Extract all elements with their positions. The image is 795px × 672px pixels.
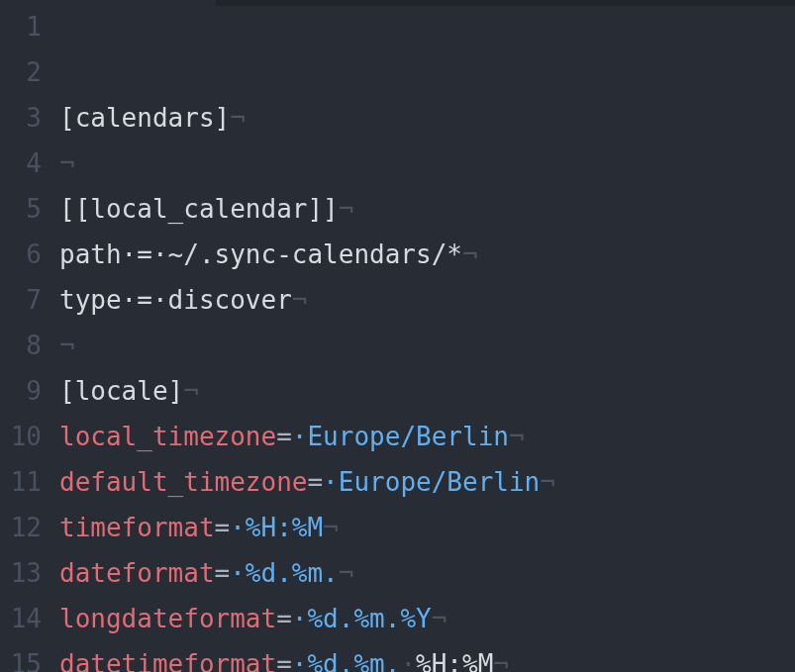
line-number: 4 [0, 141, 42, 186]
code-token: ¬ [230, 103, 246, 133]
line-number: 11 [0, 459, 42, 505]
line-number-gutter: 123456789101112131415 [0, 0, 59, 672]
code-area[interactable]: [calendars]¬¬[[local_calendar]]¬path·=·~… [59, 0, 795, 672]
code-token: ¬ [339, 194, 354, 224]
line-number: 1 [0, 4, 42, 49]
code-token: dateformat [59, 558, 215, 588]
code-line[interactable]: default_timezone=·Europe/Berlin¬ [59, 459, 795, 505]
line-number: 2 [0, 49, 42, 95]
code-token: ¬ [183, 376, 199, 406]
line-number: 5 [0, 186, 42, 232]
code-token: [[local_calendar]] [59, 194, 339, 224]
line-number: 13 [0, 550, 42, 596]
code-token: = [276, 422, 292, 451]
code-token: [calendars] [59, 103, 230, 133]
code-token: default_timezone [59, 467, 307, 497]
code-line[interactable]: [locale]¬ [59, 368, 795, 414]
code-token: ¬ [59, 331, 75, 360]
line-number: 8 [0, 323, 42, 368]
code-token: = [215, 558, 231, 588]
code-token: %H:%M [416, 649, 493, 672]
code-line[interactable]: longdateformat=·%d.%m.%Y¬ [59, 596, 795, 641]
code-line[interactable]: local_timezone=·Europe/Berlin¬ [59, 414, 795, 459]
code-token: ¬ [292, 285, 308, 315]
code-token: = [276, 604, 292, 633]
code-token: ¬ [509, 422, 525, 451]
code-token: ¬ [323, 513, 339, 542]
line-number: 3 [0, 95, 42, 141]
code-token: ¬ [59, 148, 75, 178]
line-number: 10 [0, 414, 42, 459]
code-line[interactable]: [[local_calendar]]¬ [59, 186, 795, 232]
code-token: ·Europe/Berlin [323, 467, 540, 497]
code-token: datetimeformat [59, 649, 276, 672]
code-token: ¬ [493, 649, 509, 672]
code-token: = [276, 649, 292, 672]
line-number: 12 [0, 505, 42, 550]
line-number: 7 [0, 277, 42, 323]
code-token: longdateformat [59, 604, 276, 633]
code-token: local_timezone [59, 422, 276, 451]
line-number: 14 [0, 596, 42, 641]
code-token: ¬ [540, 467, 555, 497]
line-number: 15 [0, 641, 42, 672]
code-line[interactable]: datetimeformat=·%d.%m.·%H:%M¬ [59, 641, 795, 672]
code-token: = [215, 513, 231, 542]
code-token: type·=·discover [59, 285, 292, 315]
code-line[interactable]: ¬ [59, 323, 795, 368]
code-line[interactable]: ¬ [59, 141, 795, 186]
tab-bottom-shadow [216, 0, 795, 6]
code-line[interactable]: [calendars]¬ [59, 95, 795, 141]
code-token: timeformat [59, 513, 215, 542]
code-token: [locale] [59, 376, 183, 406]
code-line[interactable]: dateformat=·%d.%m.¬ [59, 550, 795, 596]
code-token: ¬ [462, 240, 478, 269]
code-token: path·=·~/.sync-calendars/* [59, 240, 462, 269]
code-token: ·%H:%M [230, 513, 323, 542]
code-token: ¬ [432, 604, 447, 633]
code-token: ¬ [339, 558, 354, 588]
code-line[interactable]: timeformat=·%H:%M¬ [59, 505, 795, 550]
code-token: ·Europe/Berlin [292, 422, 509, 451]
code-line[interactable]: path·=·~/.sync-calendars/*¬ [59, 232, 795, 277]
code-line[interactable]: type·=·discover¬ [59, 277, 795, 323]
line-number: 6 [0, 232, 42, 277]
code-token: = [307, 467, 323, 497]
line-number: 9 [0, 368, 42, 414]
code-token: ·%d.%m. [230, 558, 339, 588]
code-token: · [400, 649, 416, 672]
code-token: ·%d.%m.%Y [292, 604, 432, 633]
code-token: ·%d.%m. [292, 649, 401, 672]
